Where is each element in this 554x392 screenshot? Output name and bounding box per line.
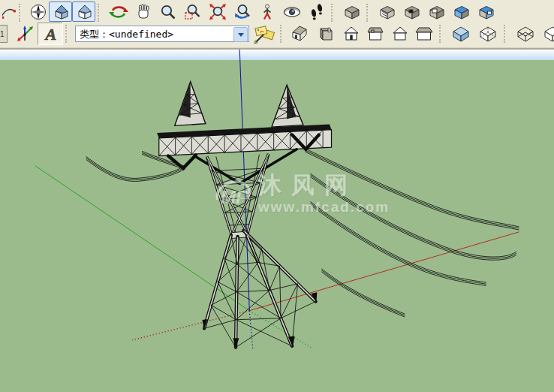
label-tags-icon[interactable]: [251, 24, 278, 44]
zoom-icon[interactable]: [155, 2, 180, 22]
model-box-5-icon[interactable]: [449, 2, 474, 22]
type-combobox-value: 类型：<undefined>: [80, 28, 173, 41]
toolbar-separator: [331, 4, 336, 22]
toolbar-separator: [65, 25, 71, 43]
transmission-tower: [157, 82, 331, 349]
style-wireframe-icon[interactable]: [512, 24, 539, 44]
toolbar-separator: [504, 25, 509, 43]
wire-bundle-left-1: [86, 156, 185, 181]
compass-rose-icon[interactable]: [27, 2, 49, 22]
3d-text-tool[interactable]: A: [38, 23, 63, 45]
toolbar-row-2: 1 A 类型：<undefined>: [0, 23, 554, 47]
model-viewport[interactable]: MF 沐风网 www.mfcad.com: [0, 50, 554, 392]
tower-right-peak: [272, 85, 303, 127]
conductor-bundles: [86, 149, 519, 317]
model-box-3-icon[interactable]: [399, 2, 424, 22]
pan-icon[interactable]: [131, 2, 155, 22]
style-hidden-line-icon[interactable]: [539, 24, 554, 44]
style-xray-icon[interactable]: [447, 24, 474, 44]
axes-tool-icon[interactable]: [14, 24, 38, 44]
wire-bundle-right-1: [306, 149, 519, 230]
clipped-edge-icon: 1: [0, 25, 8, 43]
tower-body: [207, 154, 269, 239]
walk-icon[interactable]: [304, 2, 329, 22]
style-back-edges-icon[interactable]: [474, 24, 501, 44]
view-front-icon[interactable]: [339, 24, 363, 44]
tower-left-peak: [175, 82, 206, 126]
zoom-previous-icon[interactable]: [230, 2, 254, 22]
model-box-2-icon[interactable]: [375, 2, 399, 22]
orbit-icon[interactable]: [106, 2, 131, 22]
tower-legs: [202, 231, 317, 348]
wire-bundle-right-4: [321, 269, 405, 317]
toolbar-row-1: [0, 0, 554, 23]
iso-house-toggle-a[interactable]: [49, 2, 72, 22]
iso-house-toggle-b[interactable]: [72, 2, 95, 22]
view-back-icon[interactable]: [363, 24, 388, 44]
toolbar: 1 A 类型：<undefined>: [0, 0, 554, 47]
model-box-1-icon[interactable]: [339, 2, 364, 22]
view-iso-icon[interactable]: [288, 24, 314, 44]
look-around-icon[interactable]: [279, 2, 304, 22]
toolbar-separator: [366, 4, 372, 22]
toolbar-separator: [280, 25, 285, 43]
position-camera-icon[interactable]: [254, 2, 279, 22]
toolbar-separator: [439, 25, 444, 43]
zoom-window-icon[interactable]: [180, 2, 205, 22]
wire-bundle-right-2: [311, 173, 516, 260]
toolbar-separator: [98, 4, 103, 22]
model-box-4-icon[interactable]: [424, 2, 449, 22]
tower-cross-beam: [157, 125, 331, 156]
model-box-6-icon[interactable]: [474, 2, 498, 22]
view-left-icon[interactable]: [388, 24, 411, 44]
view-box-icon[interactable]: [314, 24, 339, 44]
3d-text-glyph: A: [44, 25, 57, 44]
drawing-axes: [35, 50, 519, 348]
scene-canvas[interactable]: [0, 50, 554, 392]
combobox-dropdown-button[interactable]: [233, 27, 248, 42]
toolbar-separator: [19, 4, 24, 22]
arc-tool-icon[interactable]: [2, 2, 17, 22]
view-right-icon[interactable]: [411, 24, 437, 44]
chevron-down-icon: [238, 33, 244, 37]
zoom-extents-icon[interactable]: [205, 2, 230, 22]
type-combobox[interactable]: 类型：<undefined>: [75, 26, 249, 42]
